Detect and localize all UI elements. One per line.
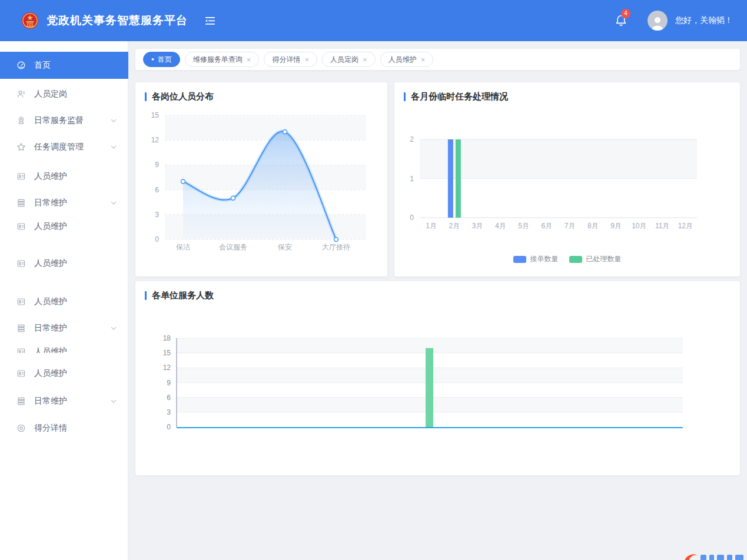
- menu-collapse-icon[interactable]: [205, 16, 215, 25]
- sidebar-item-daily-maintenance[interactable]: 日常维护: [0, 316, 128, 340]
- idcard-icon: [16, 297, 26, 306]
- svg-text:6月: 6月: [542, 222, 553, 230]
- close-icon[interactable]: ×: [247, 55, 251, 64]
- corner-orange-logo-icon: [683, 552, 698, 560]
- svg-text:2月: 2月: [449, 222, 460, 230]
- sidebar-item-personnel-maintenance[interactable]: 人员维护: [0, 165, 128, 188]
- svg-text:0: 0: [410, 214, 414, 222]
- app-title: 党政机关事务智慧服务平台: [47, 13, 188, 28]
- svg-text:3: 3: [155, 211, 159, 219]
- idcard-icon: [16, 369, 26, 378]
- sidebar-item-label: 任务调度管理: [34, 142, 84, 152]
- tab-label: 维修服务单查询: [193, 55, 243, 65]
- page-corner-overlay: [683, 551, 743, 560]
- tab-score-details[interactable]: 得分详情 ×: [264, 52, 317, 67]
- chart-card-monthly-tasks: 各月份临时任务处理情况 0121月2月3月4月5月6月7月8月9月10月11月1…: [394, 82, 740, 276]
- chevron-down-icon: [110, 199, 117, 206]
- svg-text:9月: 9月: [610, 222, 622, 230]
- close-icon[interactable]: ×: [363, 55, 367, 64]
- list-icon: [16, 396, 26, 406]
- list-icon: [16, 198, 26, 208]
- svg-text:8月: 8月: [587, 222, 599, 230]
- sidebar-item-label: 人员维护: [34, 368, 67, 379]
- svg-text:6: 6: [155, 186, 159, 194]
- sidebar-item-personnel-maintenance[interactable]: 人员维护: [0, 252, 128, 275]
- sidebar-item-label: 日常维护: [34, 323, 67, 334]
- title-accent-bar: [404, 92, 406, 101]
- close-icon[interactable]: ×: [304, 55, 309, 64]
- sidebar-item-home[interactable]: 首页: [0, 52, 128, 79]
- header: 党政机关事务智慧服务平台 4: [0, 0, 747, 41]
- idcard-icon: [16, 347, 26, 353]
- sidebar-item-task-scheduling[interactable]: 任务调度管理: [0, 135, 128, 159]
- svg-text:9: 9: [155, 161, 159, 169]
- svg-text:18: 18: [163, 334, 171, 342]
- legend-item-received[interactable]: 接单数量: [513, 254, 559, 264]
- svg-text:保洁: 保洁: [176, 243, 190, 251]
- dashboard-icon: [16, 61, 26, 70]
- list-icon: [16, 324, 26, 333]
- tab-label: 首页: [158, 55, 172, 65]
- chart-card-unit-service-count: 各单位服务人数 0369121518: [135, 281, 740, 475]
- sidebar-item-label: 日常维护: [34, 198, 67, 208]
- close-icon[interactable]: ×: [421, 55, 426, 64]
- sidebar-item-label: 人员定岗: [34, 89, 67, 99]
- svg-text:7月: 7月: [565, 222, 576, 230]
- sidebar-item-label: 人员维护: [34, 296, 67, 307]
- svg-text:0: 0: [167, 423, 171, 431]
- corner-glyph: [727, 555, 732, 560]
- star-icon: [16, 142, 26, 152]
- svg-text:11月: 11月: [655, 222, 669, 230]
- chevron-down-icon: [110, 398, 117, 405]
- sidebar-item-personnel-maintenance[interactable]: 人员维护: [0, 215, 128, 238]
- sidebar-item-daily-maintenance[interactable]: 日常维护: [0, 389, 128, 413]
- corner-glyph: [717, 555, 724, 560]
- sidebar-item-daily-maintenance[interactable]: 日常维护: [0, 191, 128, 215]
- legend-item-processed[interactable]: 已处理数量: [569, 254, 622, 264]
- notification-bell-icon[interactable]: 4: [615, 14, 628, 28]
- idcard-icon: [16, 172, 26, 181]
- national-emblem-icon: [21, 12, 39, 29]
- sidebar-item-personnel-assignment[interactable]: 人员定岗: [0, 82, 128, 106]
- sidebar-item-score-details[interactable]: 得分详情: [0, 416, 128, 440]
- sidebar-item-personnel-maintenance[interactable]: 人员维护: [0, 290, 128, 314]
- sidebar-item-label: 日常服务监督: [34, 115, 84, 126]
- svg-text:保安: 保安: [278, 243, 292, 251]
- sidebar-item-personnel-maintenance[interactable]: 人员维护: [0, 362, 128, 385]
- sidebar-item-label: 人员维护: [34, 258, 67, 269]
- svg-text:1月: 1月: [426, 222, 437, 230]
- chart-legend: 接单数量 已处理数量: [394, 254, 740, 264]
- bar-chart-unit-service-count: 0369121518: [135, 281, 740, 475]
- app-root: 党政机关事务智慧服务平台 4: [0, 0, 747, 560]
- header-right: 4 您好，关翰韬！: [615, 0, 733, 41]
- legend-swatch-blue: [513, 256, 526, 263]
- corner-glyph: [709, 555, 714, 560]
- main-content: ● 首页 维修服务单查询 × 得分详情 × 人员定岗 × 人员维护 ×: [128, 41, 747, 560]
- legend-swatch-green: [569, 256, 582, 263]
- sidebar-item-personnel-maintenance-clipped[interactable]: 人员维护: [0, 340, 128, 353]
- svg-text:12: 12: [151, 136, 160, 144]
- sidebar-item-label: 人员维护: [34, 171, 67, 182]
- monitor-icon: [16, 116, 26, 125]
- tab-repair-order-query[interactable]: 维修服务单查询 ×: [185, 52, 260, 67]
- idcard-icon: [16, 222, 26, 231]
- corner-glyph: [735, 555, 743, 560]
- svg-text:10月: 10月: [632, 222, 646, 230]
- avatar[interactable]: [648, 11, 668, 31]
- chart-card-position-distribution: 各岗位人员分布 03691215保洁会议服务保安大厅接待: [135, 82, 387, 276]
- sidebar-item-daily-service-supervision[interactable]: 日常服务监督: [0, 109, 128, 132]
- card-title: 各月份临时任务处理情况: [404, 91, 508, 102]
- tab-personnel-assignment[interactable]: 人员定岗 ×: [322, 52, 376, 67]
- svg-text:2: 2: [410, 135, 414, 144]
- notification-badge: 4: [621, 9, 630, 18]
- chevron-down-icon: [110, 144, 117, 151]
- svg-text:15: 15: [163, 349, 171, 357]
- tab-personnel-maintenance[interactable]: 人员维护 ×: [380, 52, 434, 67]
- sidebar-item-label: 首页: [34, 60, 51, 71]
- svg-text:12月: 12月: [678, 222, 693, 230]
- line-chart-position-distribution: 03691215保洁会议服务保安大厅接待: [135, 82, 387, 276]
- tab-home[interactable]: ● 首页: [143, 52, 180, 67]
- sidebar-item-label: 人员维护: [34, 346, 67, 353]
- tab-label: 人员定岗: [330, 55, 358, 65]
- corner-glyph: [700, 555, 706, 560]
